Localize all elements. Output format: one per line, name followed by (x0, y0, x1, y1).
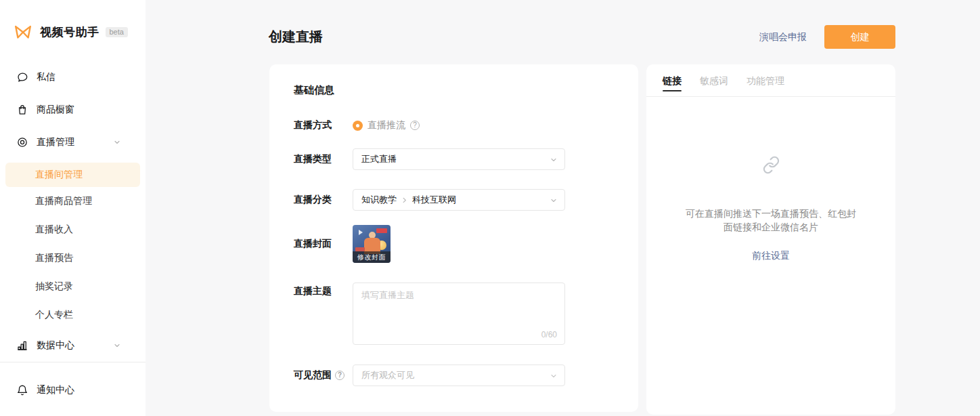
category-child-value: 科技互联网 (412, 194, 456, 206)
goto-settings-link[interactable]: 前往设置 (752, 250, 790, 262)
panel-tabs: 链接 敏感词 功能管理 (646, 64, 895, 97)
live-category-label: 直播分类 (294, 194, 353, 206)
brand-header: 视频号助手 beta (0, 0, 146, 41)
live-type-value: 正式直播 (361, 153, 397, 165)
category-parent-value: 知识教学 (361, 194, 397, 206)
char-counter: 0/60 (541, 330, 557, 339)
sidebar-item-messages[interactable]: 私信 (0, 61, 146, 93)
sidebar: 视频号助手 beta 私信 直播管理 商品橱窗 直播管理 直播间管理 (0, 0, 146, 416)
app-window: 视频号助手 beta 私信 直播管理 商品橱窗 直播管理 直播间管理 (0, 0, 980, 416)
sidebar-item-notifications[interactable]: 通知中心 (0, 374, 146, 407)
brand-title: 视频号助手 (40, 24, 99, 40)
basic-info-card: 基础信息 直播方式 直播推流 ? 直播类型 正式直播 直播分类 (269, 64, 638, 412)
form-row-live-topic: 直播主题 0/60 (294, 283, 614, 345)
tab-links[interactable]: 链接 (663, 64, 682, 97)
sidebar-item-label: 通知中心 (37, 384, 74, 396)
empty-state-description: 可在直播间推送下一场直播预告、红包封面链接和企业微信名片 (682, 207, 860, 234)
sidebar-subitem-label: 直播商品管理 (35, 195, 92, 207)
create-button[interactable]: 创建 (824, 25, 895, 49)
main-area: 创建直播 演唱会申报 创建 基础信息 直播方式 直播推流 ? 直播类型 正式直播 (146, 0, 980, 416)
page-title: 创建直播 (269, 28, 323, 46)
live-method-radio-option[interactable]: 直播推流 ? (353, 119, 420, 131)
bell-icon (16, 384, 28, 396)
sidebar-subitem-lottery-records[interactable]: 抽奖记录 (0, 272, 146, 301)
help-icon[interactable]: ? (335, 371, 344, 380)
live-cover-thumbnail[interactable]: 修改封面 (353, 225, 391, 263)
shopping-bag-icon (16, 104, 28, 116)
play-triangle-icon (359, 230, 363, 235)
sidebar-subitem-live-rooms[interactable]: 直播间管理 (5, 163, 140, 187)
links-empty-state: 可在直播间推送下一场直播预告、红包封面链接和企业微信名片 前往设置 (646, 97, 895, 262)
live-method-label: 直播方式 (294, 119, 353, 131)
radio-option-label: 直播推流 (368, 119, 405, 131)
live-cover-label: 直播封面 (294, 238, 353, 250)
chevron-down-icon (550, 372, 558, 380)
channels-logo-icon (12, 23, 34, 41)
cover-red-tag (376, 228, 387, 233)
section-title: 基础信息 (294, 83, 614, 97)
sidebar-divider (0, 362, 146, 362)
sidebar-subitem-label: 直播收入 (35, 224, 73, 236)
form-row-visibility: 可见范围 ? 所有观众可见 (294, 365, 614, 386)
sidebar-item-live[interactable]: 直播管理 (0, 126, 146, 159)
sidebar-subitem-label: 个人专栏 (35, 309, 73, 321)
sidebar-subitem-live-trailer[interactable]: 直播预告 (0, 244, 146, 272)
chat-bubble-icon (16, 71, 28, 83)
live-record-icon (16, 136, 28, 148)
chevron-down-icon[interactable] (113, 341, 121, 350)
form-row-live-category: 直播分类 知识教学 科技互联网 (294, 189, 614, 211)
help-icon[interactable]: ? (410, 121, 420, 130)
sidebar-item-data-center[interactable]: 数据中心 (0, 329, 146, 362)
chevron-down-icon (550, 156, 558, 164)
form-row-live-cover: 直播封面 修改封面 (294, 225, 614, 263)
live-category-select[interactable]: 知识教学 科技互联网 (353, 189, 565, 211)
visibility-label-text: 可见范围 (294, 369, 332, 381)
sidebar-subitem-live-goods[interactable]: 直播商品管理 (0, 187, 146, 215)
tab-feature-management[interactable]: 功能管理 (747, 64, 784, 97)
sidebar-subitem-label: 直播间管理 (35, 169, 83, 181)
live-type-select[interactable]: 正式直播 (353, 148, 565, 170)
sidebar-item-label: 直播管理 (37, 136, 74, 148)
chevron-down-icon (550, 196, 558, 205)
chevron-right-icon (401, 196, 408, 204)
side-panel-card: 链接 敏感词 功能管理 可在直播间推送下一场直播预告、红包封面链接和企业微信名片… (646, 64, 895, 415)
visibility-label: 可见范围 ? (294, 369, 353, 381)
link-chain-icon (762, 156, 780, 174)
visibility-value: 所有观众可见 (361, 369, 414, 381)
tab-sensitive-words[interactable]: 敏感词 (700, 64, 728, 97)
beta-badge: beta (106, 27, 128, 37)
chevron-down-icon[interactable] (113, 138, 121, 146)
live-topic-label: 直播主题 (294, 285, 353, 297)
form-row-live-method: 直播方式 直播推流 ? (294, 119, 614, 132)
sidebar-subitem-label: 抽奖记录 (35, 280, 73, 293)
live-topic-textarea[interactable] (353, 283, 564, 329)
visibility-select[interactable]: 所有观众可见 (353, 365, 565, 386)
header-actions: 演唱会申报 创建 (759, 25, 895, 49)
radio-selected-icon[interactable] (353, 121, 363, 131)
sidebar-item-label: 数据中心 (37, 339, 74, 352)
live-topic-field-wrap: 0/60 (353, 283, 565, 345)
sidebar-subitem-live-income[interactable]: 直播收入 (0, 215, 146, 244)
concert-apply-link[interactable]: 演唱会申报 (759, 31, 807, 43)
sidebar-item-label: 私信 (37, 71, 55, 83)
sidebar-subitem-label: 直播预告 (35, 252, 73, 264)
sidebar-item-label: 商品橱窗 (37, 104, 74, 116)
sidebar-nav: 私信 直播管理 商品橱窗 直播管理 直播间管理 直播商品管理 直播收入 (0, 61, 146, 407)
form-row-live-type: 直播类型 正式直播 (294, 148, 614, 170)
sidebar-subitem-personal-column[interactable]: 个人专栏 (0, 301, 146, 329)
bar-chart-icon (16, 339, 28, 352)
sidebar-item-shop[interactable]: 直播管理 商品橱窗 (0, 93, 146, 126)
live-type-label: 直播类型 (294, 153, 353, 165)
edit-cover-overlay[interactable]: 修改封面 (353, 251, 391, 263)
